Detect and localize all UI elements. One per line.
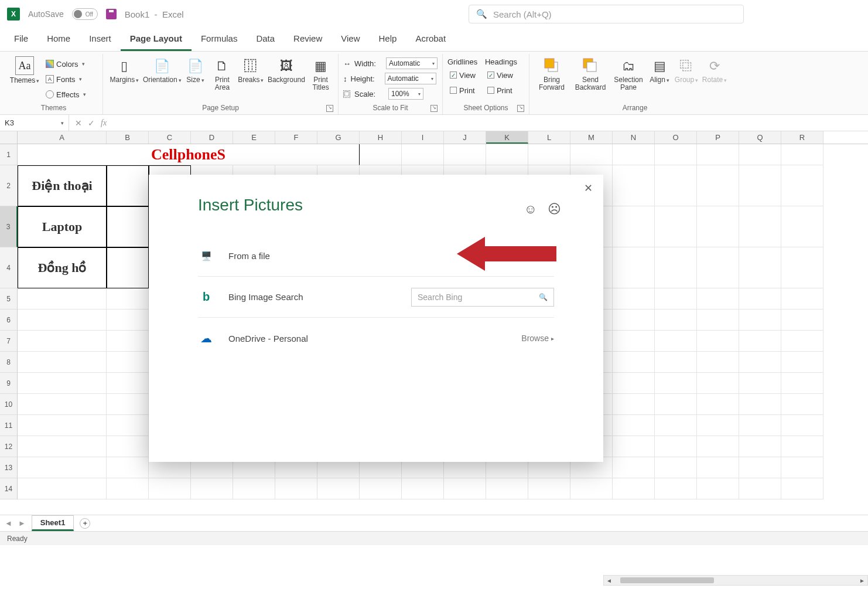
row-header-14[interactable]: 14 xyxy=(0,478,18,499)
cell-Q9[interactable] xyxy=(739,373,781,394)
pagesetup-launcher[interactable]: ↘ xyxy=(326,105,333,112)
cell-H14[interactable] xyxy=(360,478,402,499)
cell-R5[interactable] xyxy=(781,288,823,309)
cell-N13[interactable] xyxy=(613,457,655,478)
cell-N9[interactable] xyxy=(613,373,655,394)
col-header-H[interactable]: H xyxy=(360,131,402,144)
cell-B5[interactable] xyxy=(107,288,149,309)
cell-E14[interactable] xyxy=(233,478,275,499)
cell-R12[interactable] xyxy=(781,436,823,457)
cell-P5[interactable] xyxy=(697,288,739,309)
cell-J1[interactable] xyxy=(444,144,486,165)
cell-O4[interactable] xyxy=(655,247,697,288)
col-header-B[interactable]: B xyxy=(107,131,149,144)
autosave-toggle[interactable]: Off xyxy=(72,8,98,20)
add-sheet-button[interactable]: + xyxy=(80,518,90,529)
cell-A4[interactable]: Đồng hồ xyxy=(18,247,107,288)
col-header-A[interactable]: A xyxy=(18,131,107,144)
cell-O3[interactable] xyxy=(655,206,697,247)
cell-L1[interactable] xyxy=(528,144,570,165)
col-header-C[interactable]: C xyxy=(149,131,191,144)
cell-A7[interactable] xyxy=(18,331,107,352)
cell-R1[interactable] xyxy=(781,144,823,165)
row-header-2[interactable]: 2 xyxy=(0,165,18,206)
cell-A2[interactable]: Điện thoại xyxy=(18,165,107,206)
cell-H1[interactable] xyxy=(360,144,402,165)
cell-Q6[interactable] xyxy=(739,309,781,331)
cell-A10[interactable] xyxy=(18,394,107,415)
cell-N10[interactable] xyxy=(613,394,655,415)
cell-B9[interactable] xyxy=(107,373,149,394)
cell-O13[interactable] xyxy=(655,457,697,478)
frown-icon[interactable]: ☹ xyxy=(548,202,561,217)
cell-B13[interactable] xyxy=(107,457,149,478)
fx-icon[interactable]: fx xyxy=(101,118,107,128)
cell-A12[interactable] xyxy=(18,436,107,457)
headings-view-check[interactable]: ✓View xyxy=(485,69,517,81)
cell-Q7[interactable] xyxy=(739,331,781,352)
enter-formula-icon[interactable]: ✓ xyxy=(88,118,95,128)
cell-G14[interactable] xyxy=(317,478,360,499)
cell-P13[interactable] xyxy=(697,457,739,478)
cell-P3[interactable] xyxy=(697,206,739,247)
cell-C14[interactable] xyxy=(149,478,191,499)
close-icon[interactable]: ✕ xyxy=(584,182,593,195)
cell-N3[interactable] xyxy=(613,206,655,247)
tab-data[interactable]: Data xyxy=(247,29,284,51)
col-header-L[interactable]: L xyxy=(528,131,570,144)
tell-me-search[interactable]: 🔍 Search (Alt+Q) xyxy=(469,5,744,23)
cell-N7[interactable] xyxy=(613,331,655,352)
cell-R8[interactable] xyxy=(781,352,823,373)
scale-combo[interactable]: 100%▾ xyxy=(388,88,423,100)
tab-home[interactable]: Home xyxy=(37,29,80,51)
tab-help[interactable]: Help xyxy=(370,29,406,51)
effects-button[interactable]: Effects▾ xyxy=(43,88,88,101)
cell-R14[interactable] xyxy=(781,478,823,499)
cell-Q11[interactable] xyxy=(739,415,781,436)
cell-P11[interactable] xyxy=(697,415,739,436)
col-header-N[interactable]: N xyxy=(613,131,655,144)
row-header-12[interactable]: 12 xyxy=(0,436,18,457)
cell-N5[interactable] xyxy=(613,288,655,309)
cell-N8[interactable] xyxy=(613,352,655,373)
cell-B14[interactable] xyxy=(107,478,149,499)
cell-K14[interactable] xyxy=(486,478,528,499)
cell-O1[interactable] xyxy=(655,144,697,165)
row-header-10[interactable]: 10 xyxy=(0,394,18,415)
cell-P14[interactable] xyxy=(697,478,739,499)
cell-J14[interactable] xyxy=(444,478,486,499)
themes-button[interactable]: Aa Themes▾ xyxy=(9,56,40,84)
cell-B7[interactable] xyxy=(107,331,149,352)
cell-N11[interactable] xyxy=(613,415,655,436)
smile-icon[interactable]: ☺ xyxy=(524,202,537,217)
cell-Q1[interactable] xyxy=(739,144,781,165)
cell-P8[interactable] xyxy=(697,352,739,373)
cell-A6[interactable] xyxy=(18,309,107,331)
cell-O6[interactable] xyxy=(655,309,697,331)
cell-I14[interactable] xyxy=(402,478,444,499)
row-header-8[interactable]: 8 xyxy=(0,352,18,373)
bing-search-input[interactable]: Search Bing🔍 xyxy=(411,288,554,307)
cell-I1[interactable] xyxy=(402,144,444,165)
cell-A1[interactable]: CellphoneS xyxy=(18,144,360,165)
cell-B6[interactable] xyxy=(107,309,149,331)
cell-R4[interactable] xyxy=(781,247,823,288)
cell-Q10[interactable] xyxy=(739,394,781,415)
cell-L14[interactable] xyxy=(528,478,570,499)
cell-N14[interactable] xyxy=(613,478,655,499)
cell-P7[interactable] xyxy=(697,331,739,352)
cell-P4[interactable] xyxy=(697,247,739,288)
breaks-button[interactable]: ⿲Breaks▾ xyxy=(237,56,265,84)
cell-B2[interactable] xyxy=(107,165,149,206)
cell-O11[interactable] xyxy=(655,415,697,436)
cell-M1[interactable] xyxy=(570,144,613,165)
cell-R6[interactable] xyxy=(781,309,823,331)
tab-acrobat[interactable]: Acrobat xyxy=(406,29,455,51)
cell-R7[interactable] xyxy=(781,331,823,352)
gridlines-view-check[interactable]: ✓View xyxy=(447,69,478,81)
margins-button[interactable]: ▯Margins▾ xyxy=(108,56,141,84)
cell-A5[interactable] xyxy=(18,288,107,309)
cell-Q3[interactable] xyxy=(739,206,781,247)
cell-B4[interactable] xyxy=(107,247,149,288)
align-button[interactable]: ▤Align▾ xyxy=(648,56,671,84)
